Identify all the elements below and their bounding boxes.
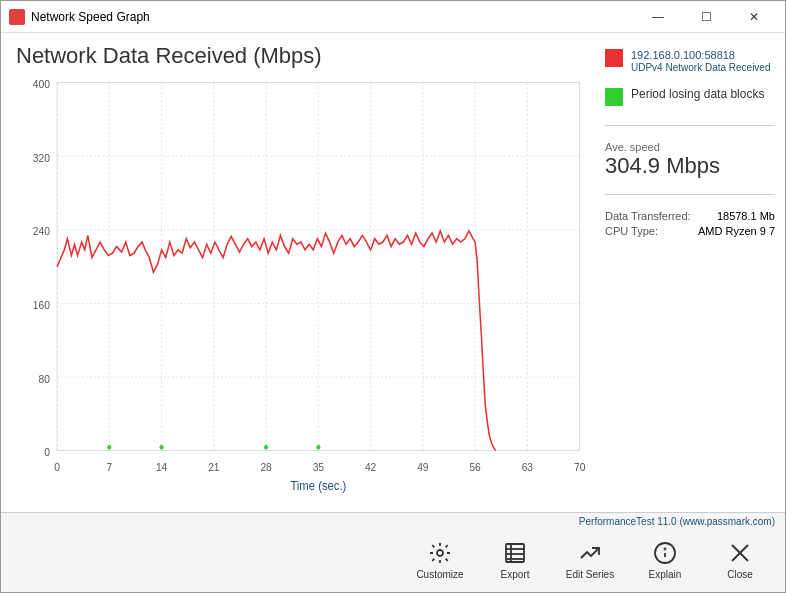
svg-point-36 (107, 445, 111, 449)
svg-text:49: 49 (417, 460, 428, 472)
period-color-box (605, 88, 623, 106)
maximize-button[interactable]: ☐ (683, 1, 729, 33)
svg-text:160: 160 (33, 299, 50, 311)
series-type: UDPv4 Network Data Received (631, 62, 771, 73)
svg-text:63: 63 (522, 460, 533, 472)
title-bar: Network Speed Graph — ☐ ✕ (1, 1, 785, 33)
svg-text:Time (sec.): Time (sec.) (290, 478, 346, 492)
explain-icon (651, 539, 679, 567)
avg-value: 304.9 Mbps (605, 153, 775, 179)
app-icon (9, 9, 25, 25)
chart-container: 0 80 160 240 320 400 0 7 14 21 28 35 42 … (11, 77, 595, 512)
svg-text:400: 400 (33, 78, 50, 90)
divider-1 (605, 125, 775, 126)
svg-text:320: 320 (33, 151, 50, 163)
export-icon (501, 539, 529, 567)
window-title: Network Speed Graph (31, 10, 635, 24)
sidebar: 192.168.0.100:58818 UDPv4 Network Data R… (600, 33, 785, 512)
period-label: Period losing data blocks (631, 87, 764, 101)
svg-text:14: 14 (156, 460, 167, 472)
chart-area: Network Data Received (Mbps) (1, 33, 600, 512)
legend-series: 192.168.0.100:58818 UDPv4 Network Data R… (605, 48, 775, 73)
svg-text:28: 28 (260, 460, 271, 472)
data-transferred-label: Data Transferred: (605, 210, 691, 222)
cpu-type-label: CPU Type: (605, 225, 658, 237)
svg-text:21: 21 (208, 460, 219, 472)
legend-period: Period losing data blocks (605, 87, 775, 106)
svg-text:70: 70 (574, 460, 585, 472)
svg-text:42: 42 (365, 460, 376, 472)
svg-point-38 (264, 445, 268, 449)
svg-text:0: 0 (54, 460, 60, 472)
customize-button[interactable]: Customize (415, 539, 465, 580)
svg-text:35: 35 (313, 460, 324, 472)
divider-2 (605, 194, 775, 195)
cpu-type-row: CPU Type: AMD Ryzen 9 7 (605, 225, 775, 237)
export-button[interactable]: Export (490, 539, 540, 580)
export-label: Export (501, 569, 530, 580)
svg-text:80: 80 (39, 372, 50, 384)
svg-text:240: 240 (33, 225, 50, 237)
customize-icon (426, 539, 454, 567)
close-label: Close (727, 569, 753, 580)
close-button[interactable]: Close (715, 539, 765, 580)
close-icon (726, 539, 754, 567)
footer: PerformanceTest 11.0 (www.passmark.com) … (1, 512, 785, 592)
svg-text:56: 56 (469, 460, 480, 472)
main-content: Network Data Received (Mbps) (1, 33, 785, 512)
data-transferred-row: Data Transferred: 18578.1 Mb (605, 210, 775, 222)
svg-text:7: 7 (107, 460, 113, 472)
main-window: Network Speed Graph — ☐ ✕ Network Data R… (0, 0, 786, 593)
svg-point-39 (316, 445, 320, 449)
chart-svg: 0 80 160 240 320 400 0 7 14 21 28 35 42 … (11, 77, 595, 512)
edit-series-label: Edit Series (566, 569, 614, 580)
minimize-button[interactable]: — (635, 1, 681, 33)
svg-text:0: 0 (44, 446, 50, 458)
series-ip: 192.168.0.100:58818 (631, 48, 771, 62)
avg-speed-section: Ave. speed 304.9 Mbps (605, 141, 775, 179)
chart-title: Network Data Received (Mbps) (11, 43, 600, 69)
data-transferred-value: 18578.1 Mb (717, 210, 775, 222)
svg-point-40 (437, 550, 443, 556)
window-controls: — ☐ ✕ (635, 1, 777, 33)
edit-series-button[interactable]: Edit Series (565, 539, 615, 580)
explain-label: Explain (649, 569, 682, 580)
stats-table: Data Transferred: 18578.1 Mb CPU Type: A… (605, 210, 775, 240)
brand-text: PerformanceTest 11.0 (www.passmark.com) (1, 513, 785, 527)
svg-point-37 (160, 445, 164, 449)
explain-button[interactable]: Explain (640, 539, 690, 580)
edit-series-icon (576, 539, 604, 567)
toolbar: Customize Export (1, 527, 785, 592)
close-window-button[interactable]: ✕ (731, 1, 777, 33)
svg-point-49 (665, 549, 666, 550)
cpu-type-value: AMD Ryzen 9 7 (698, 225, 775, 237)
series-color-box (605, 49, 623, 67)
customize-label: Customize (416, 569, 463, 580)
avg-label: Ave. speed (605, 141, 775, 153)
